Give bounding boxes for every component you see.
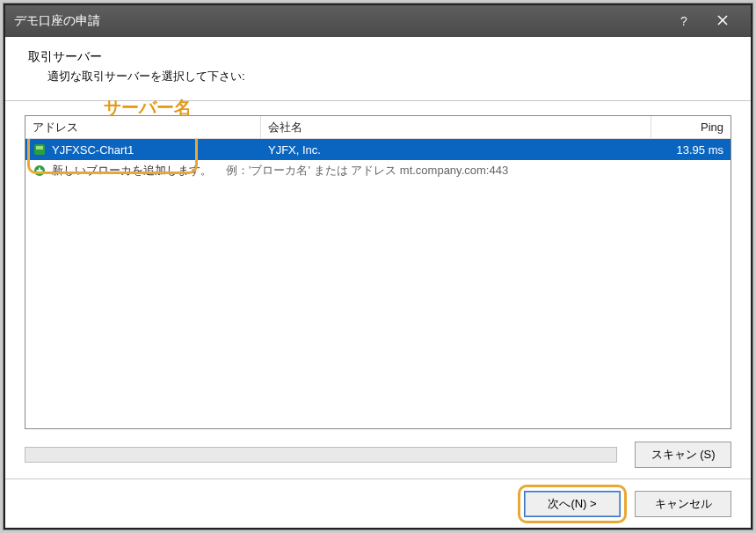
scan-button[interactable]: スキャン (S) [635, 442, 731, 468]
add-broker-example: 例：'ブローカ名' または アドレス mt.company.com:443 [219, 163, 731, 179]
dialog-window: デモ口座の申請 ? 取引サーバー 適切な取引サーバーを選択して下さい: サーバー… [4, 4, 752, 529]
help-icon: ? [680, 14, 687, 28]
header-section: 取引サーバー 適切な取引サーバーを選択して下さい: [5, 37, 751, 101]
window-title: デモ口座の申請 [14, 13, 665, 29]
close-icon [716, 14, 729, 29]
list-header: アドレス 会社名 Ping [25, 116, 731, 139]
list-body: YJFXSC-Chart1 YJFX, Inc. 13.95 ms 新しいブロー… [25, 139, 731, 428]
scan-row: スキャン (S) [25, 442, 731, 468]
titlebar: デモ口座の申請 ? [5, 5, 751, 37]
server-row[interactable]: YJFXSC-Chart1 YJFX, Inc. 13.95 ms [25, 139, 731, 160]
add-icon [33, 164, 47, 178]
add-broker-label: 新しいブローカを追加します。 [52, 163, 212, 179]
col-header-address[interactable]: アドレス [25, 116, 261, 138]
server-icon [33, 142, 47, 157]
footer: 次へ(N) > キャンセル [5, 478, 751, 528]
col-header-ping[interactable]: Ping [651, 116, 731, 138]
header-title: 取引サーバー [28, 49, 728, 65]
next-button-wrap: 次へ(N) > [524, 491, 621, 517]
svg-rect-3 [36, 146, 43, 150]
cancel-button[interactable]: キャンセル [635, 491, 731, 517]
server-list: アドレス 会社名 Ping YJFXSC-Chart1 YJFX, Inc. [25, 115, 731, 429]
col-header-company[interactable]: 会社名 [261, 116, 651, 138]
content-section: サーバー名 アドレス 会社名 Ping YJFXSC-Chart1 [5, 101, 751, 478]
header-subtitle: 適切な取引サーバーを選択して下さい: [28, 69, 728, 84]
close-button[interactable] [703, 9, 742, 33]
cell-ping: 13.95 ms [651, 143, 731, 157]
next-button[interactable]: 次へ(N) > [524, 491, 621, 517]
scan-progressbar [25, 447, 617, 463]
cell-address: YJFXSC-Chart1 [25, 142, 261, 157]
help-button[interactable]: ? [665, 9, 703, 33]
dialog-body: 取引サーバー 適切な取引サーバーを選択して下さい: サーバー名 アドレス 会社名… [5, 37, 751, 528]
cell-company: YJFX, Inc. [261, 143, 651, 157]
add-broker-row[interactable]: 新しいブローカを追加します。 例：'ブローカ名' または アドレス mt.com… [25, 160, 731, 181]
cell-address-text: YJFXSC-Chart1 [52, 143, 134, 157]
add-broker-label-cell: 新しいブローカを追加します。 [25, 163, 219, 179]
